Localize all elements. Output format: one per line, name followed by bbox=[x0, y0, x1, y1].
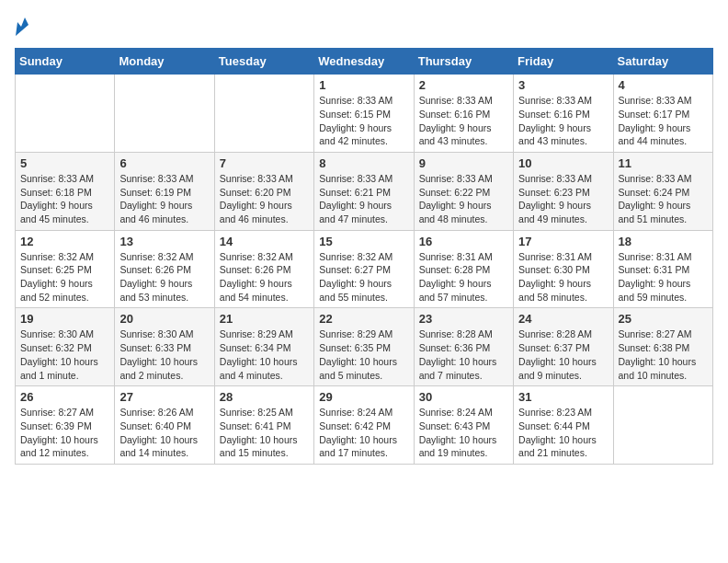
day-number: 4 bbox=[619, 78, 708, 92]
calendar-cell: 12Sunrise: 8:32 AM Sunset: 6:25 PM Dayli… bbox=[16, 230, 115, 308]
day-info: Sunrise: 8:23 AM Sunset: 6:44 PM Dayligh… bbox=[518, 406, 608, 460]
day-number: 27 bbox=[119, 390, 209, 404]
week-row-5: 26Sunrise: 8:27 AM Sunset: 6:39 PM Dayli… bbox=[16, 386, 713, 465]
day-info: Sunrise: 8:30 AM Sunset: 6:32 PM Dayligh… bbox=[20, 327, 109, 382]
day-info: Sunrise: 8:31 AM Sunset: 6:28 PM Dayligh… bbox=[419, 250, 508, 304]
calendar-cell: 15Sunrise: 8:32 AM Sunset: 6:27 PM Dayli… bbox=[314, 230, 414, 308]
calendar-cell: 18Sunrise: 8:31 AM Sunset: 6:31 PM Dayli… bbox=[613, 230, 712, 308]
calendar-cell: 8Sunrise: 8:33 AM Sunset: 6:21 PM Daylig… bbox=[314, 152, 414, 230]
svg-marker-0 bbox=[16, 17, 28, 36]
calendar-cell bbox=[613, 386, 712, 465]
column-header-thursday: Thursday bbox=[414, 49, 513, 75]
day-number: 31 bbox=[518, 390, 608, 404]
day-info: Sunrise: 8:28 AM Sunset: 6:37 PM Dayligh… bbox=[518, 327, 608, 382]
calendar-cell: 30Sunrise: 8:24 AM Sunset: 6:43 PM Dayli… bbox=[414, 386, 513, 465]
day-info: Sunrise: 8:32 AM Sunset: 6:26 PM Dayligh… bbox=[220, 250, 309, 304]
day-number: 5 bbox=[20, 156, 109, 170]
day-info: Sunrise: 8:33 AM Sunset: 6:16 PM Dayligh… bbox=[419, 94, 508, 148]
day-info: Sunrise: 8:30 AM Sunset: 6:33 PM Dayligh… bbox=[119, 327, 209, 382]
day-number: 21 bbox=[220, 312, 309, 326]
day-number: 18 bbox=[619, 235, 708, 248]
day-number: 23 bbox=[419, 312, 508, 326]
calendar-cell: 13Sunrise: 8:32 AM Sunset: 6:26 PM Dayli… bbox=[115, 230, 214, 308]
day-info: Sunrise: 8:32 AM Sunset: 6:27 PM Dayligh… bbox=[319, 250, 408, 304]
day-number: 30 bbox=[419, 390, 508, 404]
day-info: Sunrise: 8:27 AM Sunset: 6:38 PM Dayligh… bbox=[619, 327, 708, 382]
calendar-cell: 11Sunrise: 8:33 AM Sunset: 6:24 PM Dayli… bbox=[613, 152, 712, 230]
calendar-cell: 17Sunrise: 8:31 AM Sunset: 6:30 PM Dayli… bbox=[514, 230, 613, 308]
day-number: 19 bbox=[20, 312, 109, 326]
week-row-1: 1Sunrise: 8:33 AM Sunset: 6:15 PM Daylig… bbox=[16, 75, 713, 153]
day-info: Sunrise: 8:33 AM Sunset: 6:17 PM Dayligh… bbox=[619, 94, 708, 148]
day-info: Sunrise: 8:29 AM Sunset: 6:34 PM Dayligh… bbox=[220, 327, 309, 382]
calendar-cell: 14Sunrise: 8:32 AM Sunset: 6:26 PM Dayli… bbox=[214, 230, 313, 308]
calendar-cell: 24Sunrise: 8:28 AM Sunset: 6:37 PM Dayli… bbox=[514, 308, 613, 386]
calendar-cell: 22Sunrise: 8:29 AM Sunset: 6:35 PM Dayli… bbox=[314, 308, 414, 386]
day-info: Sunrise: 8:33 AM Sunset: 6:23 PM Dayligh… bbox=[518, 172, 608, 226]
day-info: Sunrise: 8:33 AM Sunset: 6:22 PM Dayligh… bbox=[419, 172, 508, 226]
week-row-2: 5Sunrise: 8:33 AM Sunset: 6:18 PM Daylig… bbox=[16, 152, 713, 230]
calendar-cell: 23Sunrise: 8:28 AM Sunset: 6:36 PM Dayli… bbox=[414, 308, 513, 386]
day-number: 3 bbox=[518, 78, 608, 92]
column-header-tuesday: Tuesday bbox=[214, 49, 313, 75]
day-number: 6 bbox=[119, 156, 209, 170]
column-header-friday: Friday bbox=[514, 49, 613, 75]
calendar-cell: 20Sunrise: 8:30 AM Sunset: 6:33 PM Dayli… bbox=[115, 308, 214, 386]
day-number: 8 bbox=[319, 156, 408, 170]
day-number: 11 bbox=[619, 156, 708, 170]
column-header-monday: Monday bbox=[115, 49, 214, 75]
day-info: Sunrise: 8:28 AM Sunset: 6:36 PM Dayligh… bbox=[419, 327, 508, 382]
day-info: Sunrise: 8:27 AM Sunset: 6:39 PM Dayligh… bbox=[20, 406, 109, 460]
calendar-cell: 27Sunrise: 8:26 AM Sunset: 6:40 PM Dayli… bbox=[115, 386, 214, 465]
calendar-cell: 29Sunrise: 8:24 AM Sunset: 6:42 PM Dayli… bbox=[314, 386, 414, 465]
calendar-cell: 5Sunrise: 8:33 AM Sunset: 6:18 PM Daylig… bbox=[16, 152, 115, 230]
calendar-header-row: SundayMondayTuesdayWednesdayThursdayFrid… bbox=[16, 49, 713, 75]
calendar-cell: 2Sunrise: 8:33 AM Sunset: 6:16 PM Daylig… bbox=[414, 75, 513, 153]
day-number: 1 bbox=[319, 78, 408, 92]
day-number: 9 bbox=[419, 156, 508, 170]
day-number: 26 bbox=[20, 390, 109, 404]
day-info: Sunrise: 8:33 AM Sunset: 6:18 PM Dayligh… bbox=[20, 172, 109, 226]
day-number: 12 bbox=[20, 235, 109, 248]
calendar-cell: 4Sunrise: 8:33 AM Sunset: 6:17 PM Daylig… bbox=[613, 75, 712, 153]
day-info: Sunrise: 8:33 AM Sunset: 6:16 PM Dayligh… bbox=[518, 94, 608, 148]
day-number: 25 bbox=[619, 312, 708, 326]
day-number: 24 bbox=[518, 312, 608, 326]
day-info: Sunrise: 8:32 AM Sunset: 6:25 PM Dayligh… bbox=[20, 250, 109, 304]
day-info: Sunrise: 8:26 AM Sunset: 6:40 PM Dayligh… bbox=[119, 406, 209, 460]
day-info: Sunrise: 8:31 AM Sunset: 6:30 PM Dayligh… bbox=[518, 250, 608, 304]
week-row-3: 12Sunrise: 8:32 AM Sunset: 6:25 PM Dayli… bbox=[16, 230, 713, 308]
calendar-cell: 3Sunrise: 8:33 AM Sunset: 6:16 PM Daylig… bbox=[514, 75, 613, 153]
day-number: 22 bbox=[319, 312, 408, 326]
day-number: 2 bbox=[419, 78, 508, 92]
day-info: Sunrise: 8:31 AM Sunset: 6:31 PM Dayligh… bbox=[619, 250, 708, 304]
calendar-cell: 1Sunrise: 8:33 AM Sunset: 6:15 PM Daylig… bbox=[314, 75, 414, 153]
calendar-cell bbox=[214, 75, 313, 153]
calendar-cell: 7Sunrise: 8:33 AM Sunset: 6:20 PM Daylig… bbox=[214, 152, 313, 230]
day-info: Sunrise: 8:24 AM Sunset: 6:43 PM Dayligh… bbox=[419, 406, 508, 460]
calendar-cell: 28Sunrise: 8:25 AM Sunset: 6:41 PM Dayli… bbox=[214, 386, 313, 465]
week-row-4: 19Sunrise: 8:30 AM Sunset: 6:32 PM Dayli… bbox=[16, 308, 713, 386]
logo bbox=[15, 15, 29, 37]
calendar-cell: 6Sunrise: 8:33 AM Sunset: 6:19 PM Daylig… bbox=[115, 152, 214, 230]
day-number: 7 bbox=[220, 156, 309, 170]
calendar-cell: 26Sunrise: 8:27 AM Sunset: 6:39 PM Dayli… bbox=[16, 386, 115, 465]
calendar-cell: 9Sunrise: 8:33 AM Sunset: 6:22 PM Daylig… bbox=[414, 152, 513, 230]
day-number: 10 bbox=[518, 156, 608, 170]
calendar-table: SundayMondayTuesdayWednesdayThursdayFrid… bbox=[15, 48, 713, 465]
day-info: Sunrise: 8:33 AM Sunset: 6:21 PM Dayligh… bbox=[319, 172, 408, 226]
calendar-cell: 21Sunrise: 8:29 AM Sunset: 6:34 PM Dayli… bbox=[214, 308, 313, 386]
day-number: 29 bbox=[319, 390, 408, 404]
day-info: Sunrise: 8:32 AM Sunset: 6:26 PM Dayligh… bbox=[119, 250, 209, 304]
day-number: 14 bbox=[220, 235, 309, 248]
day-info: Sunrise: 8:29 AM Sunset: 6:35 PM Dayligh… bbox=[319, 327, 408, 382]
calendar-cell: 16Sunrise: 8:31 AM Sunset: 6:28 PM Dayli… bbox=[414, 230, 513, 308]
calendar-cell bbox=[16, 75, 115, 153]
day-number: 15 bbox=[319, 235, 408, 248]
calendar-cell: 19Sunrise: 8:30 AM Sunset: 6:32 PM Dayli… bbox=[16, 308, 115, 386]
calendar-cell bbox=[115, 75, 214, 153]
calendar-cell: 31Sunrise: 8:23 AM Sunset: 6:44 PM Dayli… bbox=[514, 386, 613, 465]
day-info: Sunrise: 8:24 AM Sunset: 6:42 PM Dayligh… bbox=[319, 406, 408, 460]
day-number: 16 bbox=[419, 235, 508, 248]
day-number: 20 bbox=[119, 312, 209, 326]
